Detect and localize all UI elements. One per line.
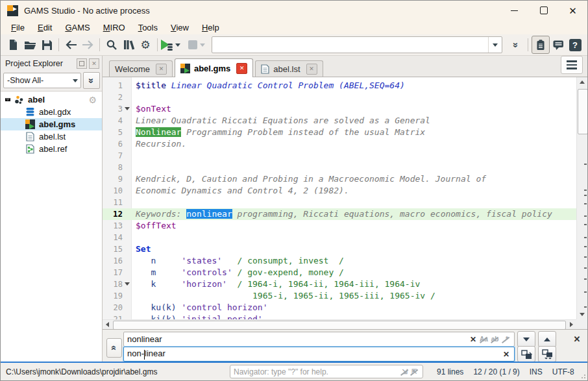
stop-button[interactable]	[188, 40, 208, 49]
replace-button[interactable]	[517, 346, 535, 362]
find-next-button[interactable]	[517, 331, 535, 347]
settings-button[interactable]: ⚙	[137, 36, 154, 53]
tree-item-abel-gms[interactable]: abel.gms	[1, 118, 102, 130]
close-button[interactable]: ✕	[558, 1, 587, 20]
panel-float-button[interactable]	[77, 58, 87, 69]
code-text	[131, 150, 136, 162]
menu-item-help[interactable]: Help	[195, 21, 226, 34]
lst-file-icon	[26, 132, 34, 141]
regex-off-icon[interactable]: .*	[501, 336, 511, 343]
back-button[interactable]	[62, 36, 79, 53]
menu-item-view[interactable]: View	[164, 21, 195, 34]
tab-abel-gms[interactable]: abel.gms✕	[175, 58, 253, 77]
collapse-all-button[interactable]: »	[83, 72, 100, 89]
find-previous-button[interactable]	[538, 331, 556, 347]
input-mode: INS	[530, 367, 543, 376]
code-line-11[interactable]: 11	[103, 197, 576, 208]
tab-close-button[interactable]: ✕	[306, 64, 317, 75]
code-text	[131, 92, 136, 103]
tree-item-abel-ref[interactable]: abel.ref	[1, 143, 102, 155]
code-line-18[interactable]: 18 k 'horizon' / 1964-i, 1964-ii, 1964-i…	[103, 278, 576, 290]
save-icon	[41, 39, 53, 51]
code-line-20[interactable]: 20 ku(k) 'control horizon'	[103, 302, 576, 313]
code-line-7[interactable]: 7	[103, 150, 576, 162]
whole-word-off-icon[interactable]: ab	[490, 336, 500, 343]
close-search-panel-button[interactable]: ✕	[570, 332, 583, 347]
code-line-21[interactable]: 21 ki(k) 'initial period'	[103, 313, 576, 319]
open-file-button[interactable]	[21, 36, 38, 53]
replace-input[interactable]: non-linear ✕	[123, 347, 515, 362]
fold-marker-icon[interactable]	[125, 107, 130, 110]
code-line-9[interactable]: 9Kendrick, D, Caution and Probing in a M…	[103, 173, 576, 185]
save-button[interactable]	[38, 36, 55, 53]
log-output-button[interactable]	[550, 36, 567, 53]
parameter-dropdown-button[interactable]	[488, 37, 502, 53]
tree-item-abel-gdx[interactable]: abel.gdx	[1, 106, 102, 118]
process-log-toggle-button[interactable]	[532, 36, 550, 54]
minimize-button[interactable]	[500, 1, 529, 20]
menu-item-tools[interactable]: Tools	[132, 21, 164, 34]
tree-project-abel[interactable]: abel⚙	[1, 93, 102, 106]
scroll-left-button[interactable]	[103, 320, 112, 329]
maximize-button[interactable]	[529, 1, 558, 20]
tree-item-abel-lst[interactable]: abel.lst	[1, 130, 102, 143]
project-settings-gear-icon[interactable]: ⚙	[88, 95, 97, 105]
parameter-combobox[interactable]	[212, 36, 502, 53]
code-line-14[interactable]: 14	[103, 232, 576, 243]
vertical-scrollbar-thumb[interactable]	[578, 89, 587, 134]
navigator-input[interactable]: Navigator: type "?" for help. ⇲ ⇱	[230, 365, 423, 378]
horizontal-scrollbar[interactable]	[103, 319, 576, 329]
scroll-down-button[interactable]	[577, 310, 587, 319]
find-input[interactable]: nonlinear ✕ Aa ab .*	[123, 332, 515, 347]
code-line-19[interactable]: 19 1965-i, 1965-ii, 1965-iii, 1965-iv /	[103, 290, 576, 302]
search-button[interactable]	[103, 36, 120, 53]
resize-grip[interactable]	[580, 373, 585, 378]
show-filter-combobox[interactable]: -Show All-	[3, 73, 81, 88]
tree-expand-caret-icon[interactable]	[5, 98, 10, 101]
maximize-icon	[540, 6, 548, 14]
replace-all-button[interactable]	[538, 346, 556, 362]
new-file-button[interactable]	[5, 36, 21, 53]
editor-menu-button[interactable]	[561, 56, 583, 74]
forward-button[interactable]	[79, 36, 96, 53]
fold-marker-icon[interactable]	[125, 282, 130, 286]
line-number: 7	[103, 150, 131, 162]
menu-item-edit[interactable]: Edit	[31, 21, 58, 34]
vertical-scrollbar[interactable]	[576, 77, 587, 319]
code-line-5[interactable]: 5Nonlinear Programming Problem instead o…	[103, 127, 576, 138]
clear-find-icon[interactable]: ✕	[469, 335, 478, 344]
menu-item-file[interactable]: File	[5, 21, 31, 34]
tab-close-button[interactable]: ✕	[236, 63, 247, 74]
code-line-4[interactable]: 4Linear Quadratic Riccati Equations are …	[103, 115, 576, 127]
replace-row: non-linear ✕	[123, 347, 583, 362]
code-line-1[interactable]: 1$title Linear Quadratic Control Problem…	[103, 80, 576, 92]
tab-abel-lst[interactable]: abel.lst✕	[255, 60, 323, 77]
run-dropdown-icon[interactable]	[175, 43, 180, 47]
menu-item-miro[interactable]: MIRO	[97, 21, 132, 34]
code-editor[interactable]: 1$title Linear Quadratic Control Problem…	[103, 77, 587, 329]
scroll-right-button[interactable]	[567, 320, 576, 329]
code-line-13[interactable]: 13$offText	[103, 220, 576, 232]
help-button[interactable]: ?	[567, 36, 583, 53]
expand-search-options-button[interactable]: «	[106, 338, 122, 358]
match-case-off-icon[interactable]: Aa	[479, 336, 489, 343]
code-line-15[interactable]: 15Set	[103, 243, 576, 255]
clear-replace-icon[interactable]: ✕	[502, 350, 511, 359]
panel-close-button[interactable]: ✕	[89, 58, 99, 69]
menu-item-gams[interactable]: GAMS	[58, 21, 96, 34]
tab-welcome[interactable]: Welcome✕	[109, 60, 173, 77]
code-line-3[interactable]: 3$onText	[103, 103, 576, 115]
code-line-6[interactable]: 6Recursion.	[103, 138, 576, 150]
run-gams-button[interactable]	[161, 40, 183, 51]
code-line-10[interactable]: 10Economic Dynamics and Control 4, 2 (19…	[103, 185, 576, 197]
code-line-16[interactable]: 16 n 'states' / consumpt, invest /	[103, 255, 576, 267]
code-line-12[interactable]: 12Keywords: nonlinear programming, Ricca…	[103, 208, 576, 220]
tab-close-button[interactable]: ✕	[156, 64, 167, 75]
horizontal-scrollbar-thumb[interactable]	[113, 321, 566, 329]
toolbar-overflow-button[interactable]: »	[508, 36, 524, 53]
code-line-2[interactable]: 2	[103, 92, 576, 103]
scroll-up-button[interactable]	[577, 77, 587, 87]
code-line-17[interactable]: 17 m 'controls' / gov-expend, money /	[103, 267, 576, 278]
code-line-8[interactable]: 8	[103, 162, 576, 173]
model-library-button[interactable]	[120, 36, 137, 53]
